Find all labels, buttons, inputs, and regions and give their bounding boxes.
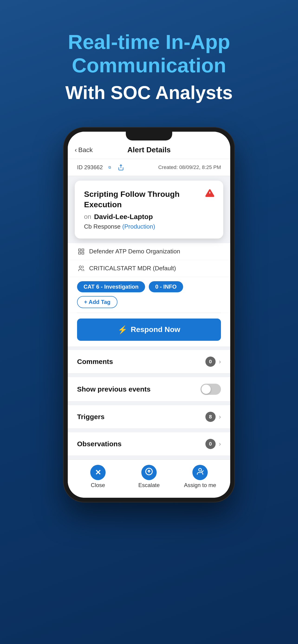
app-content: ‹ Back Alert Details ID 293662 ⧉ <box>68 132 230 498</box>
escalate-label: Escalate <box>138 482 160 488</box>
back-chevron-icon: ‹ <box>75 146 77 154</box>
escalate-icon <box>145 468 153 477</box>
previous-events-section: Show previous events <box>68 377 230 402</box>
observations-label: Observations <box>77 440 122 448</box>
card-title: Scripting Follow Through Execution <box>84 189 214 209</box>
back-button[interactable]: ‹ Back <box>75 146 93 154</box>
copy-icon[interactable]: ⧉ <box>106 163 114 172</box>
card-source: Cb Response (Production) <box>84 223 214 230</box>
svg-rect-5 <box>82 252 84 254</box>
bottom-nav-assign[interactable]: Assign to me <box>179 465 221 488</box>
tag-info[interactable]: 0 - INFO <box>149 281 183 292</box>
triggers-label: Triggers <box>77 413 104 421</box>
svg-rect-2 <box>79 249 81 251</box>
triggers-badge: 8 <box>205 412 216 422</box>
assign-icon <box>196 467 204 478</box>
triggers-right: 8 › <box>205 412 221 422</box>
observations-section[interactable]: Observations 0 › <box>68 432 230 456</box>
respond-now-button[interactable]: ⚡ Respond Now <box>77 318 221 341</box>
tag-cat6[interactable]: CAT 6 - Investigation <box>77 281 145 292</box>
warning-icon <box>205 188 215 198</box>
svg-rect-3 <box>82 249 84 251</box>
phone-screen: ‹ Back Alert Details ID 293662 ⧉ <box>68 132 230 498</box>
hero-section: Real-time In-App Communication With SOC … <box>66 30 233 104</box>
org-name: Defender ATP Demo Organization <box>89 248 180 255</box>
comments-right: 0 › <box>205 356 221 367</box>
triggers-chevron-icon: › <box>219 413 221 420</box>
comments-section[interactable]: Comments 0 › <box>68 350 230 374</box>
lightning-icon: ⚡ <box>118 325 127 334</box>
bottom-nav: ✕ Close <box>68 460 230 498</box>
phone-notch <box>126 132 172 140</box>
hero-title: Real-time In-App Communication <box>66 30 233 77</box>
respond-btn-label: Respond Now <box>131 325 180 334</box>
alert-id-section: ID 293662 ⧉ <box>77 163 125 172</box>
add-tag-button[interactable]: + Add Tag <box>77 296 117 308</box>
close-icon: ✕ <box>95 468 101 477</box>
alert-created: Created: 08/09/22, 8:25 PM <box>158 164 221 170</box>
observations-chevron-icon: › <box>219 440 221 448</box>
respond-btn-section: ⚡ Respond Now <box>68 313 230 346</box>
comments-badge: 0 <box>205 356 216 367</box>
comments-chevron-icon: › <box>219 358 221 365</box>
card-on-row: on David-Lee-Laptop <box>84 213 214 221</box>
nav-title: Alert Details <box>127 146 171 154</box>
svg-point-8 <box>199 468 201 471</box>
previous-events-label: Show previous events <box>77 385 151 393</box>
svg-rect-4 <box>79 252 81 254</box>
triggers-section[interactable]: Triggers 8 › <box>68 405 230 429</box>
share-icon[interactable] <box>117 163 125 172</box>
svg-point-6 <box>79 266 82 268</box>
on-label: on <box>84 213 91 220</box>
close-icon-wrap: ✕ <box>90 465 106 480</box>
toggle-thumb <box>201 384 211 394</box>
source-highlight: (Production) <box>122 223 155 230</box>
mdr-row: CRITICALSTART MDR (Default) <box>68 260 230 277</box>
assign-label: Assign to me <box>184 482 216 488</box>
phone-mockup: ‹ Back Alert Details ID 293662 ⧉ <box>63 127 235 502</box>
phone-frame: ‹ Back Alert Details ID 293662 ⧉ <box>63 127 235 502</box>
users-icon <box>77 264 85 272</box>
comments-label: Comments <box>77 358 113 366</box>
observations-badge: 0 <box>205 439 216 449</box>
alert-info-row: ID 293662 ⧉ Created: 08/09/22, 8:25 PM <box>68 159 230 176</box>
assign-icon-wrap <box>192 465 208 480</box>
device-name: David-Lee-Laptop <box>94 213 153 221</box>
observations-right: 0 › <box>205 439 221 449</box>
alert-card: Scripting Follow Through Execution on Da… <box>75 180 223 238</box>
alert-id: ID 293662 <box>77 164 103 170</box>
previous-events-toggle[interactable] <box>200 384 221 395</box>
tags-row: CAT 6 - Investigation 0 - INFO + Add Tag <box>68 277 230 313</box>
close-label: Close <box>91 482 105 488</box>
mdr-name: CRITICALSTART MDR (Default) <box>89 265 176 272</box>
info-section: Defender ATP Demo Organization CRITICALS… <box>68 243 230 313</box>
bottom-nav-close[interactable]: ✕ Close <box>77 465 119 488</box>
escalate-icon-wrap <box>141 465 157 480</box>
org-row: Defender ATP Demo Organization <box>68 243 230 260</box>
hero-subtitle: With SOC Analysts <box>66 82 233 104</box>
back-label: Back <box>78 146 93 154</box>
bottom-nav-escalate[interactable]: Escalate <box>128 465 170 488</box>
org-icon <box>77 247 85 256</box>
